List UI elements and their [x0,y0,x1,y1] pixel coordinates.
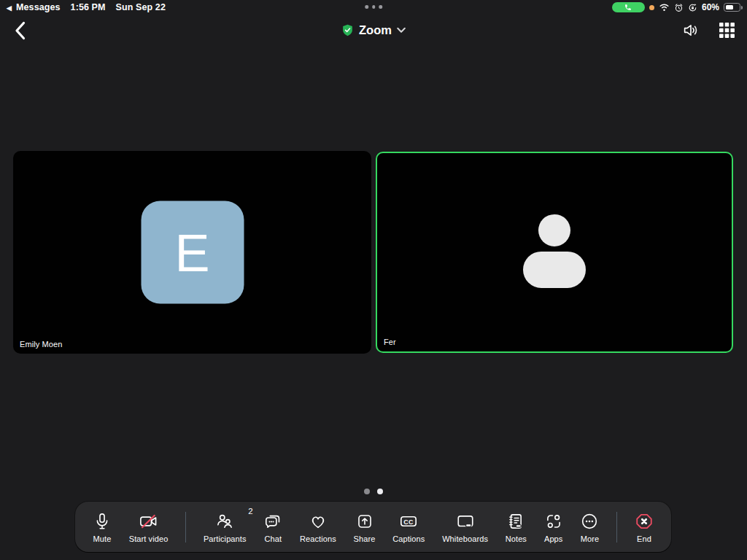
chat-bubble-icon [263,511,282,531]
microphone-in-use-dot [649,5,654,10]
back-to-app-triangle-icon: ◀ [7,4,12,12]
notes-button[interactable]: Notes [506,511,527,543]
page-dot-active[interactable] [377,489,383,494]
participants-button[interactable]: 2 Participants [204,511,247,543]
speaker-icon [682,21,700,39]
chat-button[interactable]: Chat [263,511,282,543]
back-button[interactable] [9,20,31,42]
avatar: E [141,201,244,304]
meeting-nav-bar: Zoom [0,15,747,45]
participant-name-label: Emily Moen [20,340,62,349]
reactions-button[interactable]: Reactions [300,511,336,543]
grid-icon [719,22,735,39]
audio-output-button[interactable] [681,20,701,40]
toolbar-divider [616,512,617,542]
share-button[interactable]: Share [354,511,376,543]
whiteboards-button[interactable]: Whiteboards [442,511,488,543]
meeting-title-dropdown[interactable]: Zoom [341,23,406,37]
page-dot[interactable] [364,489,370,494]
participants-icon [215,511,234,531]
whiteboard-icon [455,511,476,531]
zoom-meeting-screen: ◀ Messages 1:56 PM Sun Sep 22 [0,0,747,560]
status-bar: ◀ Messages 1:56 PM Sun Sep 22 [0,0,747,15]
active-call-pill[interactable] [612,2,645,12]
closed-captions-icon: CC [398,511,419,531]
participants-count-badge: 2 [248,507,252,516]
avatar-letter: E [174,222,209,282]
microphone-icon [93,511,112,531]
page-indicator [0,489,747,494]
start-video-button[interactable]: Start video [129,511,169,543]
status-time: 1:56 PM [71,2,106,12]
notes-icon [506,511,525,531]
chevron-left-icon [15,21,26,40]
end-call-icon [635,511,654,531]
video-tile-emily-moen[interactable]: E Emily Moen [13,151,371,354]
chevron-down-icon [397,27,406,33]
apps-button[interactable]: Apps [544,511,563,543]
share-screen-icon [355,511,374,531]
phone-icon [624,3,632,12]
wifi-icon [659,3,670,12]
video-tile-fer[interactable]: Fer [376,152,733,353]
encryption-shield-icon [341,23,354,36]
battery-percent: 60% [702,2,719,12]
captions-button[interactable]: CC Captions [392,511,425,543]
back-to-messages-link[interactable]: Messages [16,2,61,12]
battery-icon [724,3,740,12]
rotation-lock-icon [688,3,697,12]
camera-off-icon [139,511,158,531]
mute-button[interactable]: Mute [93,511,112,543]
status-date: Sun Sep 22 [116,2,166,12]
more-ellipsis-icon [580,511,599,531]
alarm-icon [674,3,684,12]
toolbar-divider [185,512,186,542]
meeting-toolbar: Mute Start video 2 [75,502,671,552]
end-meeting-button[interactable]: End [635,511,654,543]
multitask-handle-icon[interactable] [365,5,382,9]
more-button[interactable]: More [580,511,599,543]
apps-icon [544,511,563,531]
gallery-view-button[interactable] [716,20,737,40]
svg-text:CC: CC [403,518,414,525]
meeting-title: Zoom [359,23,392,37]
heart-icon [308,511,328,531]
person-silhouette-icon [519,213,589,289]
participant-name-label: Fer [384,338,396,346]
